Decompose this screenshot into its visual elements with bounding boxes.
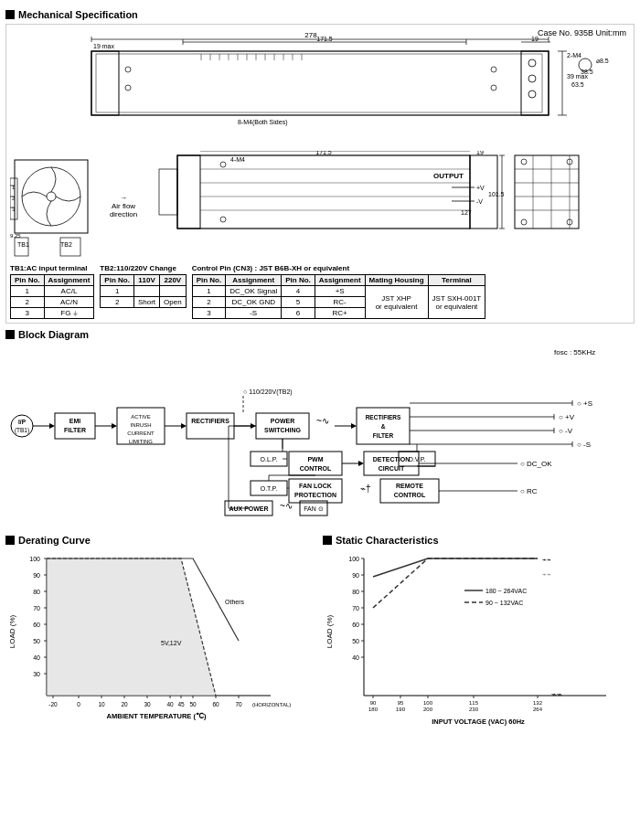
- svg-text:O.V.P.: O.V.P.: [408, 456, 425, 463]
- section-square-icon: [5, 330, 15, 339]
- tb1-header-assign: Assignment: [44, 275, 94, 286]
- bottom-row: Derating Curve LOAD (%) 100 90 80 70: [5, 529, 635, 734]
- svg-point-91: [521, 159, 527, 165]
- cp-assign2: DC_OK GND: [226, 297, 282, 308]
- cp-pin5: 5: [282, 297, 315, 308]
- svg-text:19 max: 19 max: [93, 43, 114, 49]
- svg-text:(TB1): (TB1): [15, 427, 29, 434]
- svg-text:180 ~ 264VAC: 180 ~ 264VAC: [485, 588, 527, 594]
- page: Mechanical Specification Case No. 935B U…: [0, 0, 640, 738]
- svg-text:⌀8.5: ⌀8.5: [596, 58, 609, 64]
- svg-point-9: [491, 67, 496, 72]
- svg-text:50: 50: [33, 638, 40, 644]
- svg-text:180: 180: [368, 707, 379, 712]
- tb2-110v-1: [133, 286, 159, 297]
- svg-point-7: [125, 67, 131, 72]
- svg-text:CONTROL: CONTROL: [394, 492, 426, 498]
- svg-text:○ DC_OK: ○ DC_OK: [520, 460, 552, 468]
- svg-text:INRUSH: INRUSH: [130, 422, 151, 428]
- tb1-assign1: AC/L: [44, 286, 94, 297]
- svg-text:80: 80: [352, 589, 359, 595]
- tb2-header-110v: 110V: [133, 275, 159, 286]
- svg-text:PROTECTION: PROTECTION: [294, 492, 336, 498]
- tb1-assign2: AC/N: [44, 297, 94, 308]
- cp-terminal: JST SXH-001Tor equivalent: [428, 286, 485, 319]
- svg-text:10: 10: [98, 701, 105, 707]
- table-row: 1 DC_OK Signal 4 +S JST XHPor equivalent…: [192, 286, 485, 297]
- output-connector-view: [510, 151, 592, 261]
- fan-view: TB1 TB2 1 2 3 9.25: [10, 151, 97, 261]
- svg-text:60: 60: [352, 622, 359, 628]
- svg-text:⌁†: ⌁†: [360, 484, 371, 494]
- tb1-header-pin: Pin No.: [11, 275, 45, 286]
- svg-text:115: 115: [469, 700, 479, 706]
- svg-text:127: 127: [461, 209, 472, 216]
- svg-text:-V: -V: [476, 198, 483, 205]
- cp-header-terminal: Terminal: [428, 275, 485, 286]
- mechanical-spec-area: Case No. 935B Unit:mm: [5, 24, 635, 324]
- control-pin-group: Control Pin (CN3) : JST B6B-XH or equiva…: [192, 264, 630, 319]
- svg-text:CIRCUIT: CIRCUIT: [379, 465, 405, 472]
- cp-pin6: 6: [282, 308, 315, 319]
- svg-text:AUX POWER: AUX POWER: [229, 505, 268, 512]
- side-view: 4-M4 171.5 19 101.5 OUTPUT +V -V 127: [150, 151, 507, 261]
- cp-assign3: -S: [226, 308, 282, 319]
- svg-text:FAN LOCK: FAN LOCK: [299, 483, 332, 489]
- svg-point-66: [220, 162, 226, 167]
- svg-marker-222: [47, 558, 216, 696]
- svg-text:&: &: [381, 423, 386, 430]
- svg-text:90: 90: [352, 572, 359, 579]
- svg-text:40: 40: [33, 654, 40, 661]
- svg-text:90: 90: [33, 572, 40, 579]
- svg-text:90 ~ 132VAC: 90 ~ 132VAC: [485, 600, 523, 606]
- svg-text:264: 264: [533, 707, 543, 712]
- svg-marker-104: [112, 423, 117, 429]
- side-views: TB1 TB2 1 2 3 9.25 → Ai: [10, 151, 630, 261]
- svg-text:171.5: 171.5: [316, 36, 333, 42]
- svg-point-45: [22, 167, 80, 226]
- svg-text:SWITCHING: SWITCHING: [264, 427, 302, 433]
- svg-text:Others: Others: [225, 599, 245, 605]
- svg-text:30: 30: [33, 671, 40, 677]
- svg-text:⌁⌁: ⌁⌁: [542, 570, 551, 579]
- svg-marker-99: [49, 423, 55, 429]
- svg-text:○ -V: ○ -V: [559, 427, 573, 435]
- tb2-110v-2: Short: [133, 297, 159, 308]
- svg-text:39 max: 39 max: [567, 73, 588, 80]
- svg-text:171.5: 171.5: [315, 151, 332, 155]
- tb2-220v-1: [160, 286, 187, 297]
- svg-text:63.5: 63.5: [571, 81, 584, 88]
- svg-text:~∿: ~∿: [316, 416, 329, 426]
- tb2-header-pin: Pin No.: [101, 275, 134, 286]
- svg-text:OUTPUT: OUTPUT: [433, 172, 464, 180]
- derating-curve-header: Derating Curve: [5, 535, 317, 546]
- svg-text:⌁⌁: ⌁⌁: [542, 556, 551, 564]
- svg-text:60: 60: [212, 701, 219, 707]
- svg-text:230: 230: [469, 707, 479, 712]
- table-row: 1: [101, 286, 186, 297]
- cp-header-pin2: Pin No.: [282, 275, 315, 286]
- tb1-table: Pin No. Assignment 1 AC/L 2 AC/N: [10, 274, 94, 319]
- cp-header-assign: Assignment: [226, 275, 282, 286]
- svg-text:○ RC: ○ RC: [520, 487, 538, 495]
- tb2-title: TB2:110/220V Change: [100, 264, 186, 272]
- svg-text:ACTIVE: ACTIVE: [131, 414, 151, 420]
- section-square-icon: [323, 536, 332, 545]
- svg-marker-123: [351, 423, 357, 429]
- svg-rect-2: [91, 51, 119, 115]
- static-char-chart: LOAD (%) 100 90 80 70 60 50 40 90: [323, 549, 634, 732]
- svg-text:4-M4: 4-M4: [230, 156, 245, 163]
- svg-text:~∿: ~∿: [280, 501, 293, 511]
- cp-pin4: 4: [282, 286, 315, 297]
- mechanical-spec-title: Mechanical Specification: [18, 9, 138, 20]
- tb2-group: TB2:110/220V Change Pin No. 110V 220V 1: [100, 264, 186, 319]
- svg-text:CURRENT: CURRENT: [127, 431, 155, 436]
- svg-text:+V: +V: [476, 185, 485, 191]
- cp-header-mating: Mating Housing: [365, 275, 428, 286]
- table-row: 1 AC/L: [11, 286, 94, 297]
- svg-text:CONTROL: CONTROL: [300, 465, 332, 472]
- svg-text:50: 50: [189, 701, 197, 707]
- svg-text:(HORIZONTAL): (HORIZONTAL): [252, 702, 291, 707]
- svg-text:REMOTE: REMOTE: [396, 483, 423, 489]
- svg-text:95: 95: [398, 700, 404, 706]
